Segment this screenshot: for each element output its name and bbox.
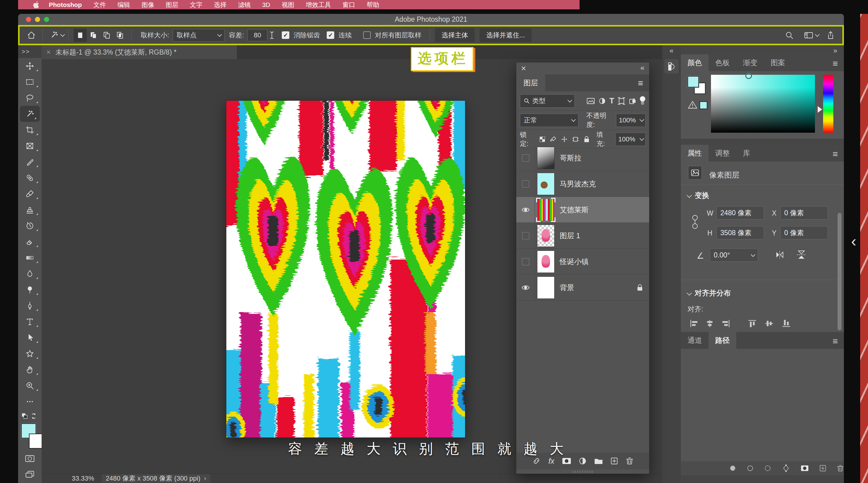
filter-type-layers-icon[interactable]: T <box>610 96 614 105</box>
visibility-toggle[interactable] <box>516 171 535 197</box>
layer-row-bojack[interactable]: 马男波杰克 <box>516 171 649 197</box>
screen-edge-chevron-icon[interactable]: ‹ <box>851 232 856 250</box>
shape-tool[interactable] <box>18 345 41 362</box>
history-brush-tool[interactable] <box>18 218 41 234</box>
expand-panels-icon[interactable]: » <box>833 47 837 55</box>
anti-alias-checkbox[interactable]: ✓ <box>282 31 289 39</box>
tab-swatches[interactable]: 色板 <box>709 54 736 71</box>
menu-type[interactable]: 文字 <box>190 1 203 9</box>
menu-select[interactable]: 选择 <box>214 1 227 9</box>
layer-thumbnail[interactable] <box>537 277 554 299</box>
select-and-mask-button[interactable]: 选择并遮住... <box>479 28 531 42</box>
transform-section-header[interactable]: 变换 <box>687 190 709 200</box>
tab-properties[interactable]: 属性 <box>681 145 709 161</box>
tab-adjustments[interactable]: 调整 <box>709 145 736 161</box>
lock-all-icon[interactable] <box>584 136 590 143</box>
gamut-warning-icon[interactable] <box>687 100 698 109</box>
gamut-color-chip[interactable] <box>700 101 707 109</box>
flip-vertical-icon[interactable] <box>796 249 807 261</box>
menu-help[interactable]: 帮助 <box>367 1 379 9</box>
menu-filter[interactable]: 滤镜 <box>238 1 251 9</box>
path-selection-tool[interactable] <box>18 330 41 345</box>
height-input[interactable]: 3508 像素 <box>716 226 764 239</box>
tab-paths[interactable]: 路径 <box>709 332 736 349</box>
filter-smart-objects-icon[interactable] <box>629 97 636 104</box>
layer-row-layer1[interactable]: 图层 1 <box>516 223 649 249</box>
sample-all-layers-checkbox[interactable] <box>363 31 371 39</box>
apple-menu-icon[interactable] <box>33 1 39 8</box>
menu-layer[interactable]: 图层 <box>166 1 179 9</box>
align-distribute-section-header[interactable]: 对齐并分布 <box>687 288 731 298</box>
properties-scrollbar[interactable] <box>838 213 841 330</box>
menu-image[interactable]: 图像 <box>142 1 154 9</box>
tab-patterns[interactable]: 图案 <box>764 54 792 71</box>
move-tool[interactable] <box>18 58 41 74</box>
lock-transparency-icon[interactable] <box>539 136 546 143</box>
history-panel-button[interactable] <box>664 59 679 73</box>
align-top-button[interactable] <box>747 319 758 329</box>
panel-resize-grip[interactable] <box>572 471 593 473</box>
visibility-toggle[interactable] <box>516 275 535 300</box>
new-group-icon[interactable] <box>594 457 603 464</box>
marquee-tool[interactable] <box>18 74 41 90</box>
layer-thumbnail[interactable] <box>537 199 554 221</box>
layers-panel-header[interactable]: × « <box>516 62 649 74</box>
select-subject-button[interactable]: 选择主体 <box>435 28 475 42</box>
panel-menu-icon[interactable]: ≡ <box>832 150 838 159</box>
visibility-toggle[interactable] <box>516 249 535 274</box>
angle-input[interactable]: 0.00° <box>710 248 758 262</box>
zoom-level[interactable]: 33.33% <box>72 475 94 482</box>
add-mask-icon[interactable] <box>801 464 809 472</box>
close-document-icon[interactable]: × <box>46 48 51 56</box>
share-icon[interactable] <box>824 29 837 42</box>
menu-view[interactable]: 视图 <box>282 1 294 9</box>
workspace-panel-icon[interactable] <box>802 29 815 42</box>
layer-lock-icon[interactable] <box>637 284 643 291</box>
menu-file[interactable]: 文件 <box>93 1 106 9</box>
pen-tool[interactable] <box>18 298 41 313</box>
lock-position-icon[interactable] <box>561 136 567 143</box>
visibility-toggle[interactable] <box>516 197 535 222</box>
foreground-color-swatch[interactable] <box>687 76 699 87</box>
blend-mode-dropdown[interactable]: 正常 <box>520 114 578 127</box>
adjustment-layer-icon[interactable] <box>579 457 587 465</box>
tab-channels[interactable]: 通道 <box>681 332 709 349</box>
intersect-selection-mode-button[interactable] <box>113 29 127 42</box>
lasso-tool[interactable] <box>18 90 41 106</box>
quick-mask-button[interactable] <box>18 450 41 466</box>
add-to-selection-mode-button[interactable] <box>87 29 100 42</box>
hue-slider[interactable] <box>823 75 833 133</box>
blur-tool[interactable] <box>18 266 41 281</box>
align-left-button[interactable] <box>689 319 700 329</box>
document-canvas[interactable] <box>226 101 465 437</box>
x-input[interactable]: 0 像素 <box>780 206 828 219</box>
tab-gradients[interactable]: 渐变 <box>736 54 764 71</box>
layer-row-godzilla[interactable]: 哥斯拉 <box>516 145 649 171</box>
toolbar-collapse-button[interactable]: >> <box>18 45 41 58</box>
menu-photoshop[interactable]: Photoshop <box>49 1 82 8</box>
align-middle-vertical-button[interactable] <box>764 319 775 329</box>
crop-tool[interactable] <box>18 122 41 138</box>
flip-horizontal-icon[interactable] <box>774 250 785 260</box>
layer-row-background[interactable]: 背景 <box>516 275 649 301</box>
filter-shape-layers-icon[interactable] <box>618 97 625 104</box>
panel-menu-icon[interactable]: ≡ <box>832 337 838 346</box>
delete-path-icon[interactable] <box>837 464 844 473</box>
dodge-tool[interactable] <box>18 281 41 298</box>
opacity-dropdown[interactable]: 100% <box>616 114 646 127</box>
filter-toggle[interactable] <box>640 96 646 106</box>
type-tool[interactable] <box>18 313 41 330</box>
screen-mode-button[interactable] <box>18 466 41 482</box>
saturation-brightness-field[interactable] <box>711 75 815 133</box>
hue-slider-arrow[interactable] <box>818 106 822 113</box>
layer-row-adras-selected[interactable]: 艾德莱斯 <box>516 197 649 223</box>
layer-thumbnail[interactable] <box>537 225 554 247</box>
tab-libraries[interactable]: 库 <box>736 145 757 161</box>
menu-edit[interactable]: 编辑 <box>118 1 130 9</box>
tab-layers[interactable]: 图层 <box>516 74 545 91</box>
align-center-horizontal-button[interactable] <box>704 319 715 329</box>
tolerance-input[interactable]: 80 <box>247 29 267 41</box>
panel-menu-icon[interactable]: ≡ <box>638 79 643 88</box>
layer-filter-dropdown[interactable]: 类型 <box>520 94 575 108</box>
add-layer-mask-icon[interactable] <box>562 457 571 464</box>
